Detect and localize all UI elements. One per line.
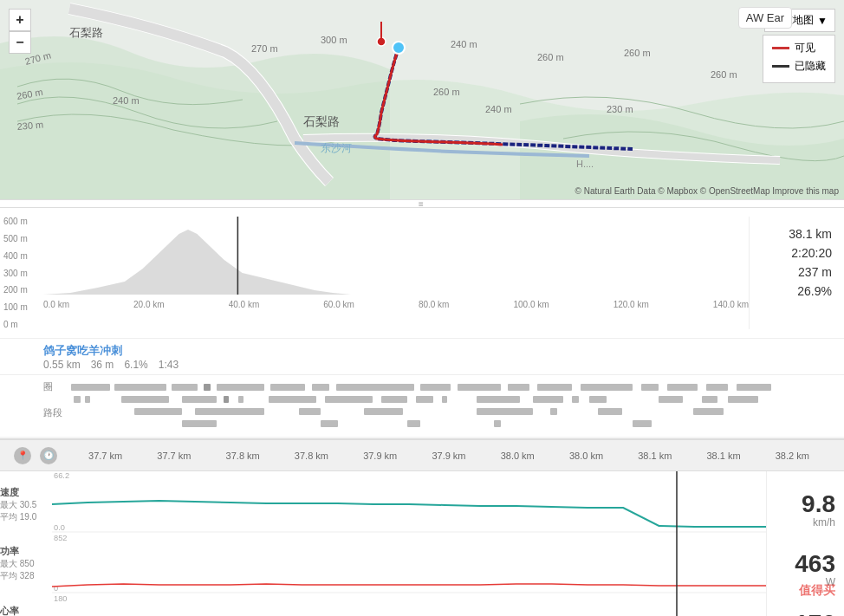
stat-distance: 38.1 km [762,225,832,243]
svg-rect-65 [693,408,724,415]
detail-charts-container: 速度 最大 30.5 平均 19.0 功率 最大 850 平均 328 心率 最… [0,471,844,616]
heartrate-value-group: 176 [795,612,835,616]
svg-rect-60 [299,408,321,415]
detail-section: 📍 🕐 37.7 km 37.7 km 37.8 km 37.8 km 37.9… [0,438,844,616]
svg-text:180: 180 [54,594,67,603]
divider-handle: ≡ [419,199,425,209]
svg-rect-50 [442,396,447,403]
svg-rect-37 [667,384,698,391]
elevation-chart-area: 0 m 100 m 200 m 300 m 400 m 500 m 600 m … [0,217,749,329]
svg-rect-40 [74,396,81,403]
svg-text:260 m: 260 m [537,52,564,62]
svg-text:300 m: 300 m [321,35,347,45]
svg-rect-36 [641,384,659,391]
svg-rect-63 [550,408,557,415]
segment-details: 0.55 km 36 m 6.1% 1:43 [43,359,801,371]
svg-rect-42 [121,396,169,403]
speed-value-group: 9.8 km/h [802,492,835,528]
svg-text:石梨路: 石梨路 [303,114,340,128]
heartrate-label-group: 心率 最大 176 平均 159 [0,601,52,616]
detail-icons: 📍 🕐 [9,447,62,464]
svg-rect-26 [204,384,211,391]
svg-text:240 m: 240 m [451,39,477,49]
map-controls: + − [9,9,31,54]
stat-time: 2:20:20 [762,244,832,262]
svg-rect-66 [182,420,217,427]
elevation-section: 0 m 100 m 200 m 300 m 400 m 500 m 600 m … [0,208,844,338]
svg-rect-61 [364,408,403,415]
map-attribution: © Natural Earth Data © Mapbox © OpenStre… [575,186,839,196]
speed-label-group: 速度 最大 30.5 平均 19.0 [0,483,52,527]
svg-rect-54 [589,396,607,403]
svg-text:东沙河: 东沙河 [321,142,352,154]
chart-labels: 速度 最大 30.5 平均 19.0 功率 最大 850 平均 328 心率 最… [0,471,52,616]
svg-rect-44 [224,396,229,403]
svg-text:66.2: 66.2 [54,471,69,480]
svg-rect-53 [572,396,579,403]
segment-row-route: 路段 [43,396,801,429]
svg-text:0.0: 0.0 [54,523,65,532]
route-segments: 圈 路段 [0,374,844,437]
location-icon[interactable]: 📍 [14,447,31,464]
svg-rect-58 [134,408,182,415]
zoom-in-button[interactable]: + [9,9,31,31]
svg-rect-55 [659,396,683,403]
svg-text:石梨路: 石梨路 [69,26,103,39]
svg-rect-32 [458,384,501,391]
watermark: 值得买 [799,583,835,599]
svg-text:240 m: 240 m [485,104,512,114]
svg-rect-51 [477,396,520,403]
elevation-stats: 38.1 km 2:20:20 237 m 26.9% [749,217,844,329]
svg-rect-23 [71,384,110,391]
svg-text:260 m: 260 m [433,87,460,97]
svg-rect-25 [172,384,198,391]
svg-rect-69 [494,420,501,427]
svg-rect-64 [598,408,622,415]
svg-text:260 m: 260 m [711,69,737,80]
svg-rect-46 [269,396,316,403]
legend-hidden-line [772,65,789,68]
svg-rect-68 [407,420,420,427]
charts-area[interactable]: 66.2 0.0 852 0 180 86 [52,471,766,616]
svg-rect-43 [182,396,217,403]
segment-title[interactable]: 鸽子窝吃羊冲刺 [43,344,122,357]
svg-rect-62 [477,408,533,415]
svg-rect-57 [728,396,758,403]
svg-rect-38 [706,384,728,391]
elevation-y-labels: 0 m 100 m 200 m 300 m 400 m 500 m 600 m [0,217,31,329]
svg-point-1 [393,42,405,54]
svg-rect-49 [416,396,433,403]
svg-rect-45 [238,396,243,403]
legend-hidden: 已隐藏 [772,59,826,74]
svg-text:0: 0 [54,584,58,593]
segment-label-route: 路段 [43,406,69,419]
svg-rect-39 [737,384,771,391]
svg-rect-47 [325,396,373,403]
segment-section: 鸽子窝吃羊冲刺 0.55 km 36 m 6.1% 1:43 [0,338,844,374]
elevation-x-labels: 0.0 km 20.0 km 40.0 km 60.0 km 80.0 km 1… [43,298,749,311]
svg-rect-48 [381,396,407,403]
svg-text:260 m: 260 m [624,48,651,58]
segment-bars-lap [69,383,801,392]
map-section: 270 m 260 m 230 m 270 m 300 m 240 m 260 … [0,0,844,199]
svg-rect-30 [336,384,414,391]
svg-rect-31 [420,384,451,391]
segment-label-lap: 圈 [43,380,69,393]
svg-text:H....: H.... [576,159,594,169]
svg-rect-33 [508,384,529,391]
svg-rect-28 [270,384,305,391]
svg-rect-70 [633,420,652,427]
legend-visible-line [772,47,789,49]
svg-rect-24 [114,384,166,391]
time-icon[interactable]: 🕐 [40,447,57,464]
map-divider[interactable]: ≡ [0,199,844,208]
power-label-group: 功率 最大 850 平均 328 [0,541,52,586]
elevation-canvas[interactable]: 0.0 km 20.0 km 40.0 km 60.0 km 80.0 km 1… [43,217,749,295]
svg-rect-67 [321,420,338,427]
svg-rect-52 [533,396,563,403]
map-legend: 可见 已隐藏 [763,35,835,83]
svg-rect-27 [217,384,264,391]
detail-header: 📍 🕐 37.7 km 37.7 km 37.8 km 37.8 km 37.9… [0,440,844,471]
svg-text:852: 852 [54,534,67,542]
zoom-out-button[interactable]: − [9,31,31,54]
